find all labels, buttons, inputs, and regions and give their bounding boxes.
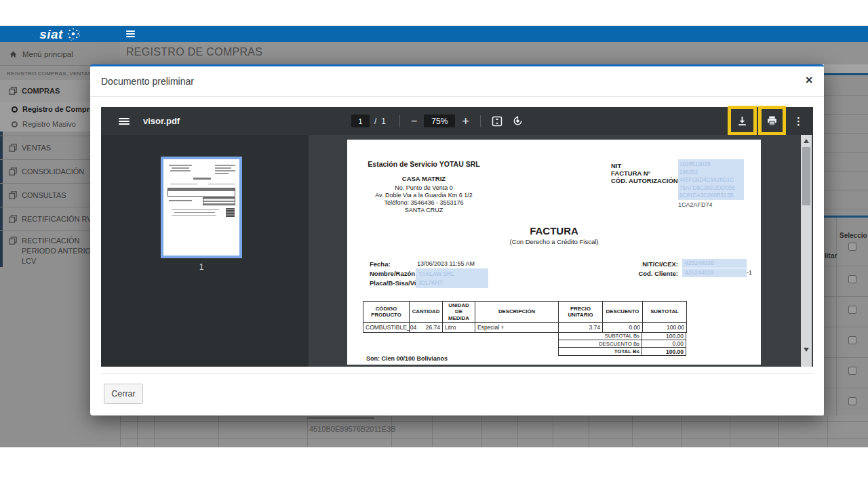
scroll-down-icon[interactable] — [804, 348, 809, 352]
print-button[interactable] — [758, 106, 786, 136]
documento-preliminar-modal: Documento preliminar ✕ visor.pdf 1 / 1 −… — [90, 64, 824, 415]
invoice-table-data-row: COMBUSTIBLE_04 26.74 Litro Especial + 3.… — [363, 323, 687, 333]
zoom-out-button[interactable]: − — [411, 116, 417, 127]
rotate-icon — [512, 115, 524, 127]
background-column-seleccionar: Seleccio — [840, 232, 867, 239]
pdf-filename: visor.pdf — [143, 116, 180, 126]
close-icon[interactable]: ✕ — [805, 75, 813, 85]
cod-cliente-suffix: -1 — [747, 269, 752, 276]
rotate-button[interactable] — [512, 115, 524, 127]
pdf-thumbnail-panel: 1 — [101, 135, 309, 367]
folder-group-icon — [9, 167, 17, 176]
menu-toggle-icon[interactable] — [126, 30, 135, 37]
summary-subtotal-row: SUBTOTAL Bs100.00 — [558, 332, 686, 340]
invoice-branch: CASA MATRIZ — [366, 175, 481, 182]
nit-ci-cex-label: NIT/CI/CEX: — [605, 260, 678, 268]
row-checkbox[interactable] — [848, 397, 856, 405]
siat-logo-text: siat — [39, 28, 63, 41]
pdf-sidebar-toggle-icon[interactable] — [119, 118, 130, 125]
pdf-page: Estación de Servicio YOTAU SRL CASA MATR… — [347, 140, 761, 365]
home-icon — [9, 50, 18, 59]
more-options-button[interactable]: ⋮ — [793, 116, 804, 126]
thumbnail-page-number: 1 — [161, 262, 242, 272]
zoom-level-input[interactable]: 75% — [424, 115, 455, 127]
invoice-subtitle: (Con Derecho a Crédito Fiscal) — [347, 238, 761, 245]
summary-descuento-row: DESCUENTO Bs0.00 — [558, 340, 686, 348]
invoice-auth-suffix: 1CA2AFD74 — [678, 201, 713, 208]
pdf-toolbar: visor.pdf 1 / 1 − 75% + — [101, 107, 813, 135]
redacted-cliente-value: 425244028 — [682, 268, 747, 277]
qr-code-mini — [226, 208, 235, 217]
row-checkbox[interactable] — [848, 306, 856, 314]
fecha-label: Fecha: — [370, 260, 391, 268]
scroll-up-icon[interactable] — [804, 139, 809, 143]
invoice-nit-label: NIT — [611, 162, 621, 169]
zoom-in-button[interactable]: + — [462, 115, 469, 127]
folder-group-icon — [9, 237, 17, 245]
modal-title: Documento preliminar — [101, 76, 194, 87]
redacted-nit-value: 425244028 — [682, 259, 747, 268]
page-number-input[interactable]: 1 — [351, 115, 370, 127]
siat-logo-dots-icon — [66, 26, 81, 41]
background-right-panel: litar Seleccio — [824, 64, 868, 447]
pdf-toolbar-right: ⋮ — [728, 106, 804, 136]
select-all-checkbox[interactable] — [848, 243, 856, 251]
folder-group-icon — [9, 215, 17, 223]
folder-group-icon — [9, 87, 17, 95]
download-icon — [736, 115, 748, 127]
invoice-address-line: No. Punto de Venta 0 — [366, 184, 481, 191]
radio-icon — [12, 121, 18, 127]
background-bottom-table: 4510B0E89576B2011E3B — [120, 415, 868, 447]
invoice-cod-autorizacion-label: CÓD. AUTORIZACIÓN — [611, 177, 678, 184]
pdf-thumbnail-page-1[interactable] — [161, 157, 242, 258]
pdf-viewer: visor.pdf 1 / 1 − 75% + — [101, 107, 813, 367]
modal-footer-divider — [101, 373, 813, 374]
row-checkbox[interactable] — [848, 367, 856, 375]
sidebar-section-label: REGISTRO COMPRAS, VENTAS — [7, 70, 92, 77]
background-column-habilitar: litar — [825, 252, 837, 260]
pdf-scrollbar[interactable] — [801, 135, 812, 367]
top-app-bar: siat — [0, 26, 868, 42]
row-checkbox[interactable] — [848, 336, 856, 344]
cerrar-button[interactable]: Cerrar — [104, 384, 143, 404]
modal-header-divider — [90, 96, 824, 97]
row-checkbox[interactable] — [848, 275, 856, 283]
folder-group-icon — [9, 144, 17, 152]
invoice-address-line: SANTA CRUZ — [366, 207, 481, 214]
download-button[interactable] — [728, 106, 757, 136]
placa-label: Placa/B-Sisa/Vin: — [370, 279, 422, 287]
redacted-client-block: TAXLAW SRL 3017KHT — [416, 268, 488, 288]
page-separator: / — [374, 117, 376, 126]
radio-icon — [12, 106, 18, 113]
amount-in-words: Son: Cien 00/100 Bolivianos — [366, 355, 448, 362]
pdf-body: 1 Estación de Servicio YOTAU SRL CASA MA… — [101, 135, 813, 367]
page-total: 1 — [381, 117, 386, 126]
cod-cliente-label: Cod. Cliente: — [605, 270, 678, 277]
invoice-factura-num-label: FACTURA N° — [611, 169, 650, 177]
siat-logo[interactable]: siat — [0, 26, 120, 42]
fecha-value: 13/06/2023 11:55 AM — [417, 260, 475, 267]
background-cell-hash: 4510B0E89576B2011E3B — [309, 425, 396, 433]
folder-group-icon — [9, 191, 17, 199]
invoice-title: FACTURA — [347, 225, 761, 237]
scrollbar-thumb[interactable] — [802, 147, 810, 205]
fit-page-icon — [492, 116, 502, 127]
redacted-auth-block: 1028519028 288352 465FC6D4C9428D1C 75AFD… — [678, 159, 744, 200]
sidebar-item-menu-principal[interactable]: Menú principal — [0, 47, 120, 62]
pdf-page-zoom-controls: 1 / 1 − 75% + — [351, 107, 524, 135]
invoice-address-line: Av. Doble Via a la Guardia Km 6 1/2 — [366, 192, 481, 199]
screen: siat REGISTRO DE COMPRAS Menú principal … — [0, 0, 868, 488]
page-title: REGISTRO DE COMPRAS — [126, 46, 262, 58]
fit-page-button[interactable] — [492, 116, 502, 127]
invoice-table-header-row: CÓDIGO PRODUCTOCANTIDAD UNIDAD DE MEDIDA… — [363, 302, 687, 323]
invoice-company-name: Estación de Servicio YOTAU SRL — [366, 160, 481, 168]
invoice-items-table: CÓDIGO PRODUCTOCANTIDAD UNIDAD DE MEDIDA… — [363, 301, 687, 333]
print-icon — [766, 115, 778, 127]
summary-total-row: TOTAL Bs100.00 — [558, 348, 686, 356]
invoice-address-line: Teléfono: 3546436 - 3553176 — [366, 199, 481, 206]
